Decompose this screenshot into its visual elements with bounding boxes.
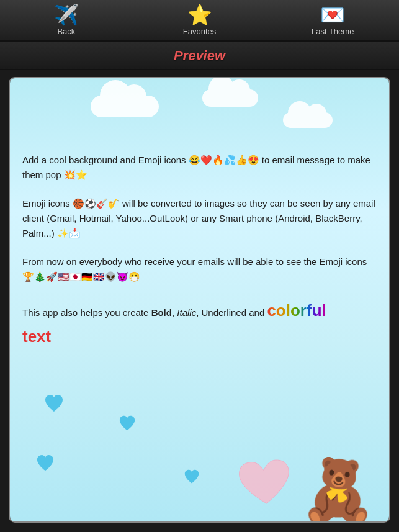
toolbar: ✈️ Back ⭐ Favorites 💌 Last Theme — [0, 0, 399, 42]
paragraph-1-text: Add a cool background and Emoji icons 😂❤… — [22, 155, 370, 180]
preview-content: Add a cool background and Emoji icons 😂❤… — [10, 78, 389, 521]
favorites-label: Favorites — [183, 27, 216, 36]
back-button[interactable]: ✈️ Back — [0, 0, 133, 40]
preview-text-area: Add a cool background and Emoji icons 😂❤… — [22, 153, 377, 363]
paragraph-4: This app also helps you create Bold, Ita… — [22, 298, 377, 349]
page-title: Preview — [0, 48, 399, 64]
back-label: Back — [57, 27, 75, 36]
heart-blue-3 — [36, 454, 55, 472]
back-icon: ✈️ — [54, 5, 79, 25]
heart-blue-1 — [44, 394, 64, 413]
heart-pink — [235, 457, 295, 512]
italic-text: Italic — [177, 307, 196, 318]
preview-container: Add a cool background and Emoji icons 😂❤… — [9, 77, 390, 523]
cloud-1 — [91, 96, 159, 117]
paragraph-2-text: Emoji icons 🏀⚽🎸🎷 will be converted to im… — [22, 198, 375, 238]
underlined-text: Underlined — [201, 307, 246, 318]
paragraph-2: Emoji icons 🏀⚽🎸🎷 will be converted to im… — [22, 196, 377, 241]
teddy-bear: 🧸 — [299, 459, 377, 521]
paragraph-3-text: From now on everybody who receive your e… — [22, 256, 367, 282]
text-label: text — [22, 327, 51, 346]
paragraph-4-prefix: This app also helps you create — [22, 307, 151, 318]
heart-blue-2 — [119, 415, 136, 431]
colorful-text: colorful — [267, 301, 326, 320]
bold-text: Bold — [151, 307, 172, 318]
last-theme-icon: 💌 — [320, 5, 345, 25]
last-theme-label: Last Theme — [312, 27, 354, 36]
favorites-icon: ⭐ — [187, 5, 212, 25]
title-bar: Preview — [0, 42, 399, 70]
last-theme-button[interactable]: 💌 Last Theme — [266, 0, 399, 40]
heart-blue-4 — [184, 469, 200, 484]
and-text: and — [246, 307, 267, 318]
cloud-3 — [283, 112, 333, 128]
favorites-button[interactable]: ⭐ Favorites — [133, 0, 267, 40]
paragraph-1: Add a cool background and Emoji icons 😂❤… — [22, 153, 377, 183]
cloud-2 — [202, 89, 258, 107]
paragraph-3: From now on everybody who receive your e… — [22, 255, 377, 284]
